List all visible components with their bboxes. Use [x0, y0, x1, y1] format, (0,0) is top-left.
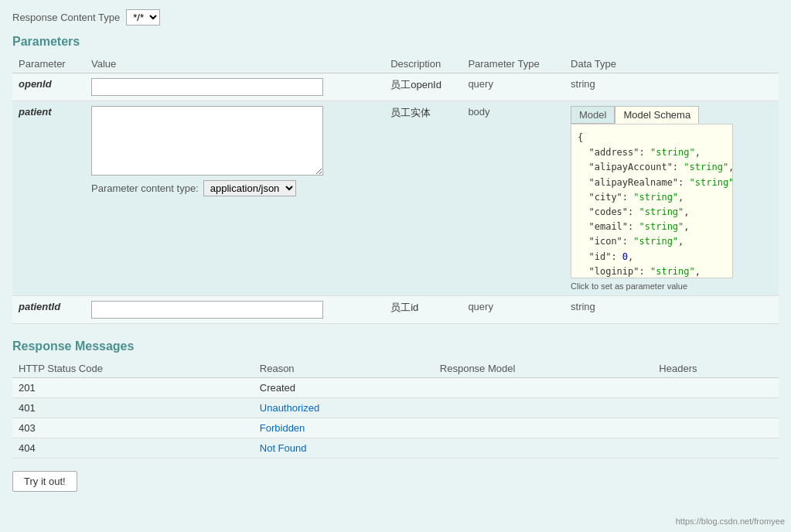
schema-line: "address": "string", [578, 145, 726, 160]
content-type-select[interactable]: application/json [203, 180, 296, 196]
patient-value-cell: Parameter content type: application/json [91, 106, 378, 196]
data-type-patient: Model Model Schema { "address": "string"… [564, 101, 779, 296]
parameters-title: Parameters [12, 35, 779, 49]
data-type-openid: string [564, 73, 779, 101]
table-row: openId 员工openId query string [12, 73, 779, 101]
reason-link-403[interactable]: Forbidden [260, 422, 305, 434]
model-404 [434, 438, 653, 459]
col-headers: Headers [653, 360, 779, 378]
page-container: Response Content Type */* Parameters Par… [0, 0, 791, 532]
param-type-patientid: query [462, 296, 564, 324]
reason-403: Forbidden [254, 418, 434, 438]
schema-box[interactable]: { "address": "string", "alipayAccount": … [571, 124, 733, 278]
status-code-403: 403 [12, 418, 254, 438]
param-value-patientid [85, 296, 384, 324]
col-reason: Reason [254, 360, 434, 378]
schema-line: "icon": "string", [578, 234, 726, 249]
model-schema-tab[interactable]: Model Schema [615, 106, 699, 124]
parameters-section: Parameters Parameter Value Description P… [12, 35, 779, 324]
response-messages-table: HTTP Status Code Reason Response Model H… [12, 360, 779, 459]
reason-link-404[interactable]: Not Found [260, 442, 307, 454]
status-code-201: 201 [12, 378, 254, 398]
reason-401: Unauthorized [254, 398, 434, 418]
content-type-label: Parameter content type: [91, 182, 199, 194]
param-desc-patient: 员工实体 [384, 101, 462, 296]
col-status-code: HTTP Status Code [12, 360, 254, 378]
schema-line: { [578, 131, 726, 145]
patientid-input[interactable] [91, 301, 323, 319]
reason-201: Created [254, 378, 434, 398]
col-description: Description [384, 55, 462, 73]
param-name-patientid: patientId [12, 296, 85, 324]
params-header-row: Parameter Value Description Parameter Ty… [12, 55, 779, 73]
openid-input[interactable] [91, 78, 323, 96]
headers-403 [653, 418, 779, 438]
schema-line: "loginip": "string", [578, 264, 726, 278]
param-type-patient: body [462, 101, 564, 296]
headers-401 [653, 398, 779, 418]
table-row: 403 Forbidden [12, 418, 779, 438]
col-value: Value [85, 55, 384, 73]
col-parameter: Parameter [12, 55, 85, 73]
headers-201 [653, 378, 779, 398]
response-messages-title: Response Messages [12, 339, 779, 353]
param-name-patient: patient [12, 101, 85, 296]
param-desc-openid: 员工openId [384, 73, 462, 101]
schema-line: "codes": "string", [578, 205, 726, 220]
response-header-row: HTTP Status Code Reason Response Model H… [12, 360, 779, 378]
response-messages-section: Response Messages HTTP Status Code Reaso… [12, 339, 779, 459]
schema-line: "email": "string", [578, 220, 726, 234]
param-name-openid: openId [12, 73, 85, 101]
table-row: 201 Created [12, 378, 779, 398]
response-content-type-row: Response Content Type */* [12, 9, 779, 26]
content-type-row: Parameter content type: application/json [91, 180, 378, 196]
try-it-button[interactable]: Try it out! [12, 471, 77, 492]
param-value-patient: Parameter content type: application/json [85, 101, 384, 296]
model-tabs: Model Model Schema [571, 106, 772, 124]
schema-line: "id": 0, [578, 250, 726, 264]
model-201 [434, 378, 653, 398]
param-value-openid [85, 73, 384, 101]
schema-line: "alipayRealname": "string", [578, 176, 726, 190]
table-row: 401 Unauthorized [12, 398, 779, 418]
param-desc-patientid: 员工id [384, 296, 462, 324]
watermark: https://blog.csdn.net/fromyee [676, 517, 785, 526]
schema-hint: Click to set as parameter value [571, 281, 772, 291]
status-code-404: 404 [12, 438, 254, 459]
col-param-type: Parameter Type [462, 55, 564, 73]
model-401 [434, 398, 653, 418]
table-row: patient Parameter content type: applicat… [12, 101, 779, 296]
schema-line: "alipayAccount": "string", [578, 160, 726, 175]
model-tab[interactable]: Model [571, 106, 615, 124]
headers-404 [653, 438, 779, 459]
status-code-401: 401 [12, 398, 254, 418]
reason-404: Not Found [254, 438, 434, 459]
response-content-type-label: Response Content Type [12, 12, 120, 23]
param-type-openid: query [462, 73, 564, 101]
table-row: patientId 员工id query string [12, 296, 779, 324]
data-type-patientid: string [564, 296, 779, 324]
parameters-table: Parameter Value Description Parameter Ty… [12, 55, 779, 324]
schema-line: "city": "string", [578, 190, 726, 205]
table-row: 404 Not Found [12, 438, 779, 459]
model-403 [434, 418, 653, 438]
model-schema-container: Model Model Schema { "address": "string"… [571, 106, 772, 291]
patient-textarea[interactable] [91, 106, 323, 176]
col-data-type: Data Type [564, 55, 779, 73]
reason-link-401[interactable]: Unauthorized [260, 402, 319, 414]
response-content-type-select[interactable]: */* [126, 9, 160, 26]
col-response-model: Response Model [434, 360, 653, 378]
